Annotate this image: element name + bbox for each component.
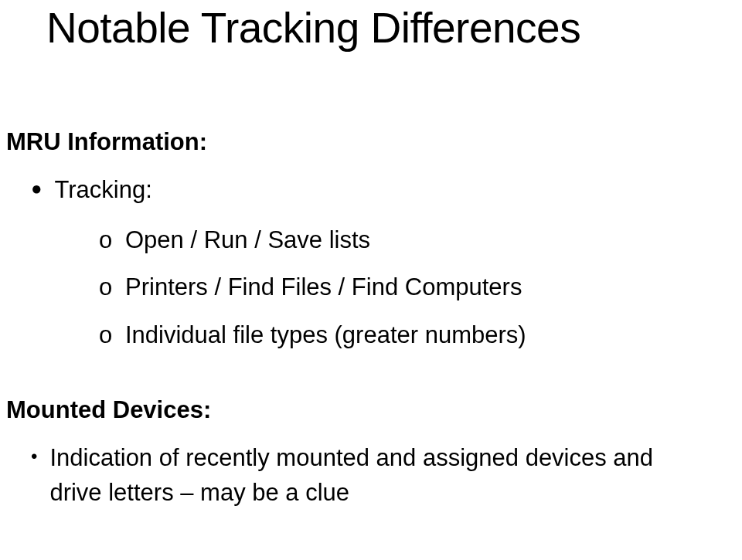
- sub-text: Individual file types (greater numbers): [125, 318, 526, 351]
- section-heading-mru: MRU Information:: [6, 128, 742, 156]
- bullet-dot-icon: •: [31, 443, 37, 470]
- bullet-tracking: ● Tracking:: [31, 173, 742, 208]
- sub-list: o Open / Run / Save lists o Printers / F…: [0, 223, 742, 351]
- bullet-label: Tracking:: [55, 173, 152, 208]
- sub-text: Open / Run / Save lists: [125, 223, 370, 256]
- sub-marker: o: [99, 270, 117, 304]
- slide-title: Notable Tracking Differences: [46, 3, 742, 53]
- sub-text: Printers / Find Files / Find Computers: [125, 270, 522, 304]
- slide-content: Notable Tracking Differences MRU Informa…: [0, 3, 742, 511]
- sub-marker: o: [99, 223, 117, 256]
- section-heading-devices: Mounted Devices:: [6, 396, 742, 424]
- bullet-dot-icon: ●: [31, 175, 43, 202]
- list-item: o Printers / Find Files / Find Computers: [99, 270, 742, 304]
- sub-marker: o: [99, 318, 117, 351]
- bullet-label: Indication of recently mounted and assig…: [49, 441, 691, 511]
- list-item: o Individual file types (greater numbers…: [99, 318, 742, 351]
- bullet-mounted-devices: • Indication of recently mounted and ass…: [31, 441, 742, 511]
- list-item: o Open / Run / Save lists: [99, 223, 742, 256]
